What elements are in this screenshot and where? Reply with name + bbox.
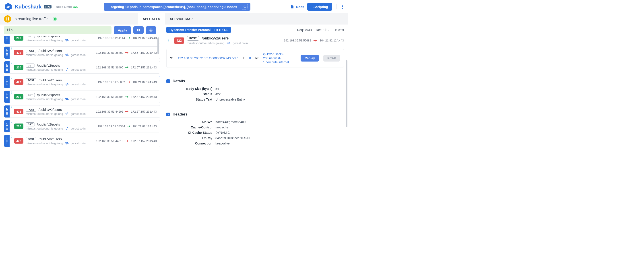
- dest-ip: 172.67.157.231:443: [131, 139, 157, 143]
- svg-rect-6: [11, 63, 12, 64]
- unlock-icon: [10, 76, 13, 88]
- replay-button[interactable]: Replay: [300, 55, 319, 62]
- method-chip: POST: [26, 137, 36, 141]
- apply-button[interactable]: Apply: [114, 26, 131, 34]
- status-code-chip: 422: [14, 50, 24, 55]
- svg-point-3: [150, 30, 152, 31]
- logo-icon: [4, 2, 12, 11]
- exchange-icon: [65, 112, 69, 115]
- svg-rect-5: [11, 48, 12, 50]
- api-call-row[interactable]: HTTP 200 GET /public/v2/posts mizutest-o…: [4, 120, 160, 132]
- pcap-source-link[interactable]: 192.168.33.200:31001/000000032743.pcap: [178, 56, 238, 60]
- source-ip: 192.168.39.51:36482: [96, 51, 123, 54]
- dest-ip: 172.67.157.231:443: [131, 95, 157, 98]
- kv-key: Status Text: [166, 98, 216, 101]
- method-chip: POST: [26, 49, 36, 53]
- kv-row: Cf-Ray 84be2901686ace60-SJC: [166, 135, 344, 141]
- book-button[interactable]: [133, 26, 144, 34]
- dest-label: gorest.co.in: [71, 68, 86, 71]
- source-label: mizutest-outbound-tls-golang: [26, 68, 63, 71]
- arrow-right-icon: [125, 140, 129, 142]
- api-call-row[interactable]: HTTP 422 POST /public/v2/users mizutest-…: [4, 135, 160, 147]
- source-ip: 192.168.39.51:44296: [96, 110, 123, 113]
- scan-icon[interactable]: [242, 4, 248, 10]
- more-menu-button[interactable]: [341, 4, 344, 10]
- document-icon: [290, 4, 294, 9]
- api-call-row[interactable]: HTTP 422 POST /public/v2/users mizutest-…: [4, 46, 160, 59]
- source-label: mizutest-outbound-tls-golang: [26, 112, 63, 116]
- api-call-row[interactable]: HTTP 200 GET /public/v2/posts mizutest-o…: [4, 36, 160, 44]
- method-chip: GET: [26, 64, 35, 68]
- method-chip: POST: [187, 36, 199, 40]
- status-code-chip: 422: [14, 79, 24, 85]
- method-chip: GET: [26, 93, 35, 97]
- unlock-icon: [10, 36, 13, 44]
- request-path: /public/v2/posts: [37, 93, 60, 97]
- meta-i-value[interactable]: 0: [249, 56, 251, 60]
- section-details: - Details Body Size (bytes) 54 Status 42…: [166, 74, 344, 102]
- source-label: mizutest-outbound-tls-golang: [26, 83, 63, 86]
- collapse-button[interactable]: -: [166, 112, 170, 116]
- book-icon: [136, 28, 140, 32]
- exchange-icon: [65, 127, 69, 130]
- unlock-icon: [10, 91, 13, 103]
- exchange-icon: [65, 98, 69, 100]
- source-ip: 192.168.39.51:55682: [98, 80, 125, 84]
- logo-text: Kubeshark: [15, 4, 42, 10]
- kv-row: Alt-Svc h3=":443"; ma=86400: [166, 119, 344, 125]
- scrollbar-thumb[interactable]: [346, 60, 348, 127]
- dest-label: gorest.co.in: [71, 98, 86, 101]
- dest-ip: 104.21.82.124:443: [133, 125, 157, 128]
- scripting-button[interactable]: Scripting: [307, 3, 332, 11]
- dest-label: gorest.co.in: [71, 112, 86, 116]
- arrow-right-icon: [125, 96, 129, 98]
- svg-rect-11: [11, 137, 12, 138]
- dest-label: gorest.co.in: [71, 127, 86, 130]
- pause-button[interactable]: [4, 16, 11, 22]
- svg-rect-8: [11, 92, 12, 94]
- scrollbar-thumb[interactable]: [158, 38, 159, 54]
- unlock-icon: [10, 120, 13, 132]
- dest-label: gorest.co.in: [71, 83, 86, 86]
- kv-key: Status: [166, 92, 216, 96]
- protocol-chip: HTTP: [4, 61, 10, 73]
- collapse-button[interactable]: -: [166, 79, 170, 83]
- api-call-row[interactable]: HTTP 422 POST /public/v2/users mizutest-…: [4, 76, 160, 88]
- pro-badge: PRO: [44, 5, 52, 8]
- node-link[interactable]: ip-192-168-33-200.us-west-1.compute.inte…: [263, 52, 292, 64]
- api-call-row[interactable]: HTTP 200 GET /public/v2/posts mizutest-o…: [4, 90, 160, 103]
- query-input[interactable]: [4, 26, 112, 34]
- api-call-list[interactable]: HTTP 200 GET /public/v2/posts mizutest-o…: [0, 36, 160, 147]
- dest-ip: 104.21.82.124:443: [133, 36, 157, 40]
- kv-row: Cache-Control no-cache: [166, 125, 344, 130]
- method-chip: GET: [26, 122, 35, 126]
- detail-panel: Hypertext Transfer Protocol -- HTTP/1.1 …: [160, 24, 348, 147]
- exchange-icon: [65, 142, 69, 145]
- api-call-row[interactable]: HTTP 200 GET /public/v2/posts mizutest-o…: [4, 61, 160, 74]
- request-path: /public/v2/posts: [37, 122, 60, 126]
- kv-row: Cf-Cache-Status DYNAMIC: [166, 130, 344, 135]
- protocol-chip: HTTP: [4, 91, 10, 103]
- tab-api-calls[interactable]: API CALLS: [138, 14, 165, 24]
- source-label: mizutest-outbound-tls-golang: [26, 98, 63, 101]
- status-code-chip: 422: [174, 38, 184, 44]
- request-path: /public/v2/users: [38, 137, 62, 141]
- meta-n-label: N:: [255, 56, 259, 60]
- kv-value: DYNAMIC: [216, 131, 230, 134]
- kv-row: Connection keep-alive: [166, 141, 344, 146]
- status-code-chip: 200: [14, 124, 24, 129]
- dest-ip: 172.67.157.231:443: [131, 66, 157, 69]
- docs-link[interactable]: Docs: [290, 4, 304, 9]
- exchange-icon: [65, 38, 69, 42]
- arrow-right-icon: [125, 66, 129, 68]
- api-call-row[interactable]: HTTP 422 POST /public/v2/users mizutest-…: [4, 105, 160, 118]
- tab-service-map[interactable]: SERVICE MAP: [165, 14, 198, 24]
- kv-value: 422: [216, 92, 220, 96]
- protocol-chip: HTTP: [4, 76, 10, 88]
- record-button[interactable]: [146, 26, 156, 34]
- kv-key: Cf-Ray: [166, 136, 216, 140]
- unlock-icon: [166, 39, 170, 42]
- status-code-chip: 422: [14, 109, 24, 114]
- meta-s-label: S:: [170, 56, 173, 60]
- logo[interactable]: Kubeshark PRO: [4, 2, 52, 11]
